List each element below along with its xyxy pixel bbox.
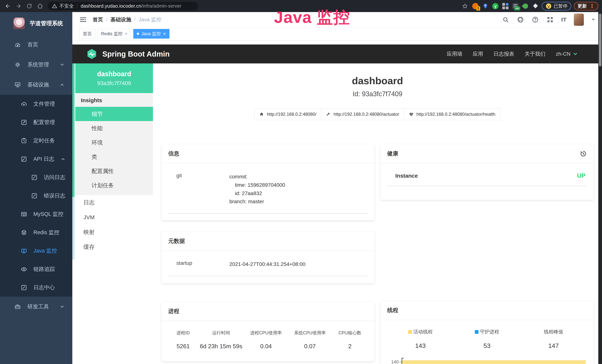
forward-icon[interactable] [14,2,23,10]
sidebar-item-label: 错误日志 [44,192,65,200]
sidebar-item-log-center[interactable]: 日志中心 [0,278,72,297]
threads-chart-plot [402,358,587,364]
extension-pin-icon[interactable] [482,2,489,10]
extension-colorzilla-icon[interactable]: 1 [472,2,479,10]
app-logo-row[interactable]: 芋道管理系统 [0,12,72,35]
sba-language-select[interactable]: zh-CN [556,51,578,57]
page-title: dashboard [161,75,593,86]
text-size-icon[interactable]: tT [561,17,566,23]
sidebar-item-label: MySQL 监控 [33,211,64,218]
tag-close-icon[interactable]: × [125,31,128,36]
extensions-puzzle-icon[interactable] [532,2,539,10]
sba-content: dashboard Id: 93a3fc7f7409 http://192.16… [153,64,602,364]
sba-menu-scheduled-tasks[interactable]: 计划任务 [75,178,153,193]
sidebar-item-trace[interactable]: 链路追踪 [0,260,72,278]
health-card-title: 健康 [387,150,398,157]
sba-menu-environment[interactable]: 环境 [75,135,153,150]
info-card: 信息 git commit: time: 1596289704000 id: 2… [161,144,375,220]
extension-switch-icon[interactable]: on [512,2,519,10]
sidebar-item-label: 链路追踪 [33,266,55,273]
github-icon[interactable] [517,16,524,23]
avatar-caret-icon[interactable] [592,19,595,21]
sidebar-item-system[interactable]: 系统管理 [0,55,72,75]
url-text[interactable]: dashboard.yudao.iocoder.cn/infra/admin-s… [81,3,181,9]
search-icon[interactable] [502,16,509,23]
sidebar-item-api-logs[interactable]: API 日志 [0,150,72,168]
edit-square-icon [21,284,27,291]
extension-grid-icon[interactable] [502,2,509,10]
extension-y-icon[interactable]: y [492,2,499,10]
history-icon[interactable] [580,150,587,157]
address-bar[interactable]: 不安全 dashboard.yudao.iocoder.cn/infra/adm… [48,2,198,11]
back-icon[interactable] [4,2,12,10]
sba-menu-metrics[interactable]: 性能 [75,121,153,135]
sidebar-item-file-manage[interactable]: 文件管理 [0,95,72,113]
sidebar-item-mysql-monitor[interactable]: MySQL 监控 [0,205,72,223]
sba-menu-details[interactable]: 细节 [75,107,153,121]
sidebar-item-error-logs[interactable]: 错误日志 [0,187,72,205]
info-value: commit: time: 1596289704000 id: 27aa832 … [229,173,285,206]
security-label[interactable]: 不安全 [59,3,74,9]
sba-nav-wallboard[interactable]: 应用墙 [447,50,462,57]
security-warning-icon[interactable] [52,3,57,9]
sidebar-item-scheduled-jobs[interactable]: 定时任务 [0,131,72,150]
app-title: 芋道管理系统 [30,20,63,27]
legend-peak-threads: 线程峰值 147 [520,329,587,349]
sba-menu-logs[interactable]: 日志 [75,195,153,210]
sba-nav-about[interactable]: 关于我们 [525,50,546,57]
process-col-system-cpu: 系统CPU使用率 0.07 [288,330,332,350]
timer-icon [21,138,27,144]
sba-nav-journal[interactable]: 日志报表 [494,50,514,57]
tag-close-icon[interactable]: × [163,31,166,36]
sidebar-item-redis-monitor[interactable]: Redis 监控 [0,223,72,242]
tag-home[interactable]: 首页 [79,29,95,39]
health-url-button[interactable]: http://192.168.0.2:48080/actuator/health [404,108,500,120]
sidebar-item-label: 系统管理 [27,61,49,68]
service-url: http://192.168.0.2:48080/ [267,112,316,117]
sidebar-item-java-monitor[interactable]: Java 监控 [0,242,72,260]
home-icon[interactable] [36,2,44,10]
hamburger-icon[interactable] [79,16,87,23]
breadcrumb-home[interactable]: 首页 [93,16,103,23]
breadcrumb: 首页 / 基础设施 / Java 监控 [93,16,161,23]
sidebar-item-infra[interactable]: 基础设施 [0,75,72,95]
help-icon[interactable] [532,16,539,23]
sidebar-item-devtools[interactable]: 研发工具 [0,297,72,317]
sba-language-value: zh-CN [556,51,570,57]
wrench-icon [326,112,331,117]
extension-leaf-icon[interactable] [522,2,529,10]
sba-menu-config-props[interactable]: 配置属性 [75,164,153,178]
sba-instance-header[interactable]: dashboard 93a3fc7f7409 [75,64,153,93]
sba-nav-applications[interactable]: 应用 [473,50,483,57]
breadcrumb-section[interactable]: 基础设施 [110,16,131,23]
sba-menu-mappings[interactable]: 映射 [75,225,153,240]
chevron-up-icon [61,157,65,161]
sidebar-item-access-logs[interactable]: 访问日志 [0,168,72,187]
process-col-uptime: 运行时间 6d 23h 15m 59s [198,330,244,350]
sidebar-accent-strip-secondary [72,197,75,260]
fullscreen-icon[interactable] [546,16,554,23]
bookmark-star-icon[interactable] [461,2,469,10]
browser-menu-icon[interactable]: ⋮ [589,3,595,9]
sba-brand[interactable]: Spring Boot Admin [86,48,170,60]
sidebar-item-label: 基础设施 [27,81,49,88]
reload-icon[interactable] [25,2,33,10]
sba-menu-caches[interactable]: 缓存 [75,240,153,254]
service-url-button[interactable]: http://192.168.0.2:48080/ [254,108,321,120]
sba-menu-classes[interactable]: 类 [75,150,153,164]
user-avatar[interactable] [574,13,584,26]
tag-redis-monitor[interactable]: Redis 监控 × [97,29,131,39]
sidebar-item-label: API 日志 [33,155,54,163]
breadcrumb-separator: / [106,17,108,23]
scrollbar-thumb[interactable] [599,13,602,66]
threads-card-title: 线程 [387,307,398,314]
process-col-process-cpu: 进程CPU使用率 0.04 [244,330,288,350]
profile-paused-chip[interactable]: 已暂停 [542,2,571,11]
window-scrollbar[interactable] [598,12,602,364]
sidebar-item-config-manage[interactable]: 配置管理 [0,113,72,131]
actuator-url-button[interactable]: http://192.168.0.2:48080/actuator [321,108,404,120]
sba-menu-jvm[interactable]: JVM [75,210,153,225]
tag-java-monitor[interactable]: Java 监控 × [133,29,170,39]
sidebar-item-home[interactable]: 首页 [0,35,72,55]
browser-update-button[interactable]: 更新 ⋮ [574,2,598,11]
